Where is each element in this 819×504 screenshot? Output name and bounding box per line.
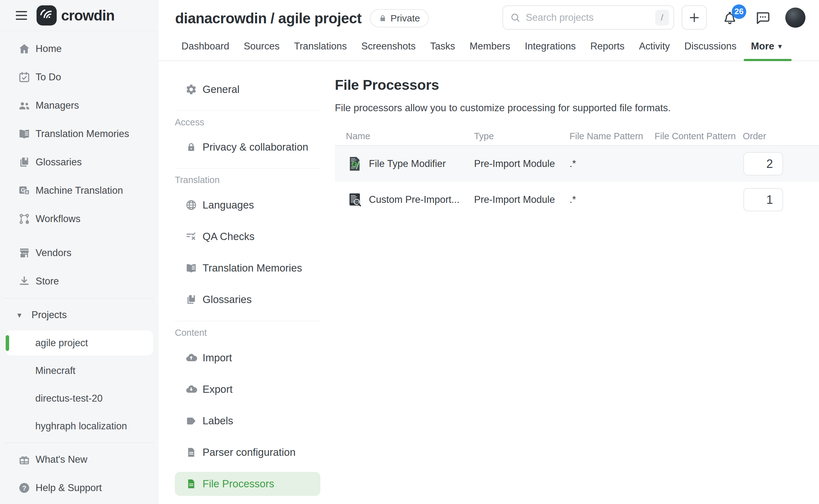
- sidebar-item-glossaries[interactable]: Glossaries: [0, 148, 158, 176]
- tab-dashboard[interactable]: Dashboard: [174, 32, 237, 60]
- tab-reports[interactable]: Reports: [583, 32, 632, 60]
- sidebar-item-store[interactable]: Store: [0, 267, 158, 295]
- column-header-type: Type: [474, 131, 570, 141]
- sidebar-item-label: To Do: [36, 72, 61, 83]
- sidebar-item-machine-translation[interactable]: G Machine Translation: [0, 176, 158, 205]
- header-controls: / 26: [502, 5, 805, 30]
- search-input[interactable]: [526, 12, 655, 23]
- settings-item-label: Translation Memories: [203, 262, 302, 274]
- sidebar-item-home[interactable]: Home: [0, 35, 158, 63]
- tab-discussions[interactable]: Discussions: [677, 32, 744, 60]
- document-icon: [185, 447, 198, 458]
- tab-more[interactable]: More ▾: [744, 32, 789, 60]
- search-box[interactable]: /: [502, 5, 674, 30]
- sidebar-item-managers[interactable]: Managers: [0, 91, 158, 120]
- processor-name: Custom Pre-Import...: [369, 194, 460, 205]
- hamburger-menu-icon[interactable]: [16, 11, 27, 20]
- custom-script-file-icon: </>: [347, 192, 362, 208]
- settings-item-export[interactable]: Export: [175, 374, 320, 405]
- settings-item-label: Languages: [203, 199, 254, 211]
- processor-type: Pre-Import Module: [474, 158, 570, 169]
- settings-divider: [175, 111, 320, 111]
- sidebar-item-translation-memories[interactable]: Translation Memories: [0, 120, 158, 148]
- order-input[interactable]: [743, 152, 783, 175]
- privacy-badge-label: Private: [391, 13, 420, 24]
- tab-activity[interactable]: Activity: [632, 32, 677, 60]
- globe-icon: [185, 199, 198, 211]
- sidebar-item-label: Store: [36, 276, 59, 287]
- order-input[interactable]: [743, 188, 783, 211]
- sidebar-project-minecraft[interactable]: Minecraft: [0, 357, 158, 385]
- sidebar-item-label: Machine Translation: [36, 185, 123, 196]
- settings-item-languages[interactable]: Languages: [175, 189, 320, 221]
- open-book-icon: [17, 128, 31, 140]
- sidebar-project-agile-project[interactable]: agile project: [6, 330, 153, 356]
- settings-item-label: General: [203, 83, 239, 95]
- tab-screenshots[interactable]: Screenshots: [354, 32, 423, 60]
- cloud-download-icon: [185, 383, 198, 396]
- notifications-count-badge: 26: [732, 4, 746, 19]
- settings-item-glossaries[interactable]: Glossaries: [175, 284, 320, 315]
- crowdin-mark-icon: [37, 5, 57, 26]
- table-row[interactable]: File Type Modifier Pre-Import Module .*: [335, 146, 819, 182]
- settings-section-translation: Translation: [175, 174, 335, 186]
- sidebar-item-whats-new[interactable]: What's New: [0, 445, 158, 474]
- sidebar-projects-toggle[interactable]: ▾ Projects: [0, 301, 158, 329]
- people-icon: [17, 99, 31, 112]
- settings-divider: [175, 321, 320, 321]
- sidebar-nav: Home To Do Managers Translation Memories: [0, 31, 158, 440]
- settings-item-import[interactable]: Import: [175, 342, 320, 374]
- svg-text:</>: </>: [355, 200, 359, 203]
- settings-item-label: Glossaries: [203, 294, 252, 306]
- tab-tasks[interactable]: Tasks: [423, 32, 462, 60]
- book-bookmark-icon: [185, 294, 198, 306]
- settings-item-labels[interactable]: Labels: [175, 405, 320, 437]
- crowdin-wordmark: crowdin: [61, 7, 114, 24]
- settings-item-label: Privacy & collaboration: [203, 141, 308, 153]
- document-icon: [185, 478, 198, 490]
- settings-item-translation-memories[interactable]: Translation Memories: [175, 252, 320, 284]
- project-header: dianacrowdin / agile project Private /: [158, 0, 819, 61]
- processor-name: File Type Modifier: [369, 158, 446, 169]
- create-project-button[interactable]: [682, 5, 707, 30]
- workflow-icon: [17, 213, 31, 225]
- settings-divider: [175, 168, 320, 169]
- tab-sources[interactable]: Sources: [237, 32, 287, 60]
- page-title: File Processors: [335, 77, 819, 93]
- settings-item-qa-checks[interactable]: QA Checks: [175, 221, 320, 252]
- crowdin-app: crowdin Home To Do Managers: [0, 0, 819, 504]
- notifications-button[interactable]: 26: [722, 9, 738, 26]
- sidebar-item-workflows[interactable]: Workflows: [0, 205, 158, 233]
- sidebar-item-todo[interactable]: To Do: [0, 63, 158, 91]
- tab-members[interactable]: Members: [462, 32, 518, 60]
- user-avatar[interactable]: [785, 8, 805, 28]
- sidebar-item-label: Home: [36, 43, 62, 54]
- tab-integrations[interactable]: Integrations: [518, 32, 583, 60]
- file-type-modifier-icon: [347, 156, 362, 172]
- settings-item-file-processors[interactable]: File Processors: [175, 472, 320, 496]
- messages-button[interactable]: [754, 9, 771, 26]
- translate-icon: G: [17, 184, 31, 197]
- sidebar-project-directus-test-20[interactable]: directus-test-20: [0, 385, 158, 412]
- sidebar-project-hyghraph-localization[interactable]: hyghraph localization: [0, 412, 158, 440]
- sidebar-item-help-support[interactable]: ? Help & Support: [0, 474, 158, 502]
- table-header: Name Type File Name Pattern File Content…: [335, 127, 819, 146]
- svg-text:?: ?: [22, 484, 26, 492]
- table-row[interactable]: </> Custom Pre-Import... Pre-Import Modu…: [335, 182, 819, 218]
- processor-file-name-pattern: .*: [570, 194, 655, 205]
- sidebar-item-label: Help & Support: [36, 482, 102, 494]
- crowdin-logo[interactable]: crowdin: [37, 5, 114, 26]
- tab-translations[interactable]: Translations: [287, 32, 354, 60]
- settings-item-general[interactable]: General: [175, 75, 320, 104]
- sidebar-item-label: Managers: [36, 100, 79, 111]
- column-header-name: Name: [335, 131, 474, 141]
- project-title: dianacrowdin / agile project: [175, 10, 362, 27]
- project-tabs: Dashboard Sources Translations Screensho…: [158, 32, 819, 61]
- settings-item-parser-configuration[interactable]: Parser configuration: [175, 437, 320, 468]
- question-circle-icon: ?: [17, 482, 31, 494]
- settings-item-privacy-collaboration[interactable]: Privacy & collaboration: [175, 133, 320, 161]
- project-label: hyghraph localization: [35, 421, 127, 432]
- main-column: dianacrowdin / agile project Private /: [158, 0, 819, 504]
- settings-section-access: Access: [175, 116, 335, 129]
- sidebar-item-vendors[interactable]: Vendors: [0, 239, 158, 267]
